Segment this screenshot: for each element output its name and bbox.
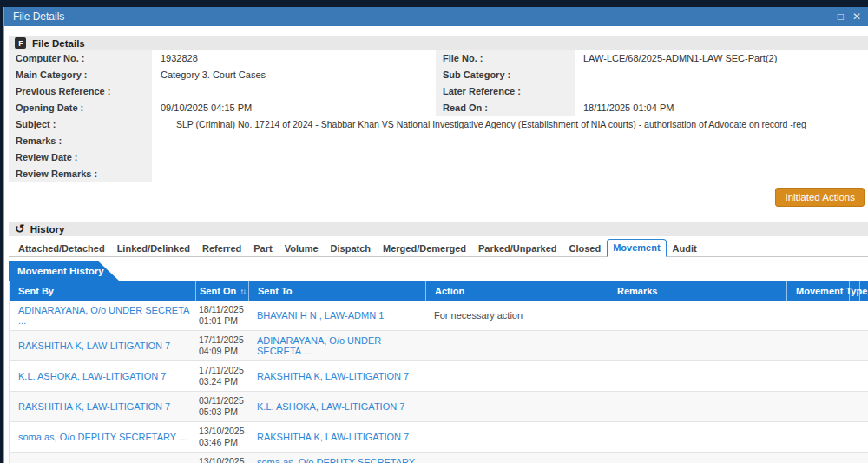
- history-tab[interactable]: Volume: [279, 240, 325, 257]
- movement-table-body: ADINARAYANA, O/o UNDER SECRETA ... 18/11…: [10, 301, 868, 463]
- file-details-section-title: File Details: [32, 38, 85, 49]
- sent-to-cell: BHAVANI H N , LAW-ADMN 1: [248, 310, 425, 321]
- details-single-rows: Subject : SLP (Criminal) No. 17214 of 20…: [9, 116, 868, 182]
- details-single-row: Review Date :: [9, 149, 868, 166]
- details-single-row: Review Remarks :: [9, 166, 868, 182]
- initiated-actions-button[interactable]: Initiated Actions: [775, 188, 865, 207]
- sent-to-link[interactable]: ADINARAYANA, O/o UNDER SECRETA ...: [257, 335, 381, 356]
- field-label: Review Date :: [9, 149, 152, 166]
- details-pair-row: Computer No. : 1932828 File No. : LAW-LC…: [9, 50, 868, 67]
- sent-to-cell: RAKSHITHA K, LAW-LITIGATION 7: [248, 432, 425, 442]
- dialog-titlebar: File Details □ ✕: [4, 7, 868, 26]
- field-value: 1932828: [152, 50, 436, 67]
- history-tab[interactable]: Referred: [196, 240, 247, 257]
- sent-by-cell: RAKSHITHA K, LAW-LITIGATION 7: [10, 401, 195, 412]
- history-tab[interactable]: Dispatch: [325, 240, 377, 257]
- field-value: [575, 67, 868, 83]
- sent-on-cell: 17/11/2025 04:09 PM: [195, 334, 248, 357]
- file-details-section-header: F File Details: [9, 36, 868, 50]
- column-header-remarks: Remarks: [608, 281, 786, 301]
- sent-on-time: 04:09 PM: [199, 346, 248, 357]
- dialog-title: File Details: [13, 10, 64, 23]
- history-section-title: History: [30, 224, 65, 235]
- field-label: Previous Reference :: [9, 83, 152, 100]
- history-tab[interactable]: Closed: [563, 240, 608, 257]
- sent-on-time: 03:46 PM: [199, 437, 248, 448]
- sent-on-cell: 13/10/2025 03:46 PM: [195, 426, 248, 448]
- sent-to-cell: soma.as, O/o DEPUTY SECRETARY ...: [248, 457, 425, 463]
- sent-to-cell: ADINARAYANA, O/o UNDER SECRETA ...: [248, 335, 425, 356]
- sent-by-cell: RAKSHITHA K, LAW-LITIGATION 7: [10, 341, 195, 351]
- movement-table-row: mahalaxmi nerale, O/o PRINCIP ... 13/10/…: [10, 453, 868, 463]
- movement-table-row: RAKSHITHA K, LAW-LITIGATION 7 03/11/2025…: [10, 392, 868, 422]
- column-header-sent-on[interactable]: Sent On ↑↓: [195, 281, 248, 301]
- history-tab[interactable]: Parked/Unparked: [472, 240, 562, 257]
- sent-on-cell: 03/11/2025 05:03 PM: [195, 395, 248, 418]
- movement-table-header: Sent By Sent On ↑↓ Sent To Action Remark…: [10, 281, 868, 301]
- field-label: Remarks :: [9, 133, 152, 149]
- column-header-sent-by: Sent By: [10, 281, 195, 301]
- sent-by-link[interactable]: ADINARAYANA, O/o UNDER SECRETA ...: [18, 305, 189, 326]
- column-header-movement-type: Movement Type: [786, 281, 849, 301]
- field-value: [152, 133, 868, 149]
- details-pair-row: Previous Reference : Later Reference :: [9, 83, 868, 100]
- history-tab[interactable]: Linked/Delinked: [111, 240, 196, 257]
- field-label: Main Category :: [9, 67, 152, 83]
- field-value: SLP (Criminal) No. 17214 of 2024 - Shabb…: [152, 116, 868, 133]
- sent-to-link[interactable]: soma.as, O/o DEPUTY SECRETARY ...: [257, 457, 415, 463]
- sent-on-cell: 13/10/2025 12:26 PM: [195, 456, 248, 463]
- sent-to-link[interactable]: K.L. ASHOKA, LAW-LITIGATION 7: [257, 401, 404, 412]
- sent-on-cell: 18/11/2025 01:01 PM: [195, 304, 248, 327]
- sent-by-link[interactable]: soma.as, O/o DEPUTY SECRETARY ...: [18, 432, 187, 442]
- sent-by-cell: K.L. ASHOKA, LAW-LITIGATION 7: [10, 371, 195, 381]
- history-tab[interactable]: Merged/Demerged: [377, 240, 472, 257]
- movement-history-banner: Movement History: [9, 261, 120, 281]
- sort-icon[interactable]: ↑↓: [240, 287, 245, 296]
- sent-by-link[interactable]: RAKSHITHA K, LAW-LITIGATION 7: [18, 401, 170, 412]
- sent-on-time: 01:01 PM: [199, 315, 248, 327]
- history-tab[interactable]: Audit: [667, 240, 703, 257]
- field-value: [152, 149, 868, 166]
- history-tab[interactable]: Attached/Detached: [12, 240, 111, 257]
- sent-on-date: 17/11/2025: [199, 365, 248, 376]
- history-section-header: ↺ History: [9, 222, 868, 236]
- movement-table-row: soma.as, O/o DEPUTY SECRETARY ... 13/10/…: [10, 422, 868, 453]
- close-icon[interactable]: ✕: [852, 7, 861, 26]
- sent-to-cell: K.L. ASHOKA, LAW-LITIGATION 7: [248, 401, 425, 412]
- sent-on-date: 18/11/2025: [199, 304, 248, 315]
- field-label: File No. :: [436, 50, 575, 67]
- action-cell: For necessary action: [425, 310, 608, 321]
- sent-on-date: 17/11/2025: [199, 334, 248, 346]
- field-value: [152, 166, 868, 182]
- field-label: Computer No. :: [9, 50, 152, 67]
- sent-by-link[interactable]: K.L. ASHOKA, LAW-LITIGATION 7: [18, 371, 166, 381]
- details-single-row: Subject : SLP (Criminal) No. 17214 of 20…: [9, 116, 868, 133]
- sent-to-cell: RAKSHITHA K, LAW-LITIGATION 7: [248, 371, 425, 381]
- column-header-sent-to: Sent To: [248, 281, 425, 301]
- details-pair-row: Main Category : Category 3. Court Cases …: [9, 67, 868, 83]
- sent-to-link[interactable]: RAKSHITHA K, LAW-LITIGATION 7: [257, 432, 409, 442]
- sent-on-date: 13/10/2025: [199, 426, 248, 437]
- field-value: [152, 83, 436, 100]
- column-header-spacer: [859, 281, 868, 301]
- details-single-row: Remarks :: [9, 133, 868, 149]
- sent-on-label: Sent On: [200, 286, 236, 296]
- details-pair-row: Opening Date : 09/10/2025 04:15 PM Read …: [9, 100, 868, 116]
- sent-on-date: 13/10/2025: [199, 456, 248, 463]
- file-details-icon: F: [15, 37, 26, 49]
- sent-by-link[interactable]: RAKSHITHA K, LAW-LITIGATION 7: [18, 341, 170, 351]
- history-tab[interactable]: Part: [247, 240, 278, 257]
- field-label: Sub Category :: [436, 67, 575, 83]
- actions-row: Initiated Actions: [4, 182, 868, 212]
- field-label: Review Remarks :: [9, 166, 152, 182]
- movement-table-row: K.L. ASHOKA, LAW-LITIGATION 7 17/11/2025…: [10, 361, 868, 392]
- history-tab[interactable]: Movement: [607, 239, 666, 257]
- field-label: Subject :: [9, 116, 152, 133]
- maximize-icon[interactable]: □: [838, 7, 844, 26]
- movement-history-banner-wrap: Movement History: [9, 261, 868, 281]
- sent-on-time: 05:03 PM: [199, 407, 248, 418]
- details-grid: Computer No. : 1932828 File No. : LAW-LC…: [9, 50, 868, 182]
- sent-to-link[interactable]: RAKSHITHA K, LAW-LITIGATION 7: [257, 371, 409, 381]
- sent-to-link[interactable]: BHAVANI H N , LAW-ADMN 1: [257, 310, 384, 321]
- file-details-dialog: File Details □ ✕ F File Details Computer…: [3, 7, 868, 463]
